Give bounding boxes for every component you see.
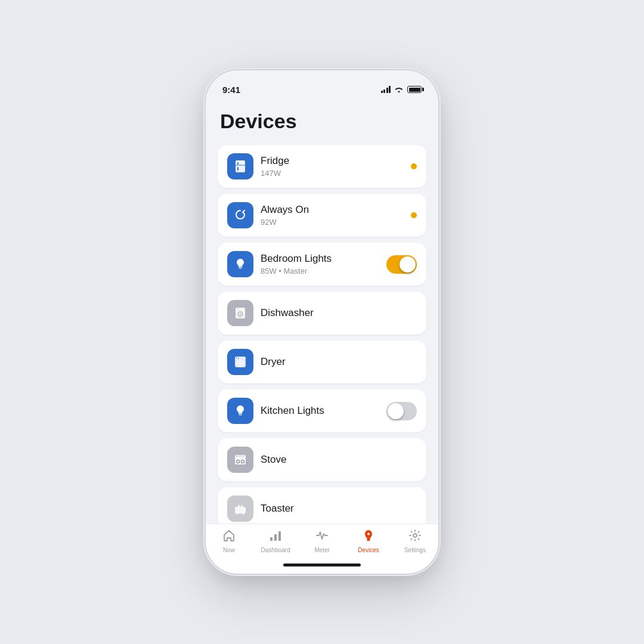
toaster-name: Toaster — [261, 503, 417, 515]
home-bar — [283, 564, 361, 566]
svg-point-16 — [236, 358, 237, 359]
always-on-name: Always On — [261, 204, 404, 216]
nav-settings-label: Settings — [404, 547, 426, 553]
plug-icon — [362, 529, 375, 544]
fridge-icon — [227, 153, 253, 179]
svg-rect-29 — [241, 505, 243, 508]
svg-point-10 — [240, 314, 242, 315]
device-card-always-on[interactable]: Always On 92W — [218, 194, 426, 237]
svg-rect-39 — [274, 534, 277, 541]
content-area: Devices — [206, 100, 438, 524]
toaster-info: Toaster — [261, 503, 417, 515]
nav-item-devices[interactable]: Devices — [351, 529, 386, 553]
fridge-name: Fridge — [261, 155, 404, 167]
svg-rect-27 — [235, 507, 246, 513]
stove-info: Stove — [261, 454, 417, 466]
svg-point-17 — [238, 358, 239, 359]
phone-wrapper: 9:41 — [206, 70, 438, 574]
device-card-bedroom-lights[interactable]: Bedroom Lights 85W • Master — [218, 243, 426, 286]
svg-rect-38 — [270, 537, 273, 541]
bedroom-lights-info: Bedroom Lights 85W • Master — [261, 253, 379, 275]
home-indicator — [206, 556, 438, 574]
svg-rect-25 — [239, 456, 241, 457]
svg-rect-1 — [236, 160, 245, 165]
stove-name: Stove — [261, 454, 417, 466]
gear-icon — [408, 529, 422, 544]
nav-meter-label: Meter — [314, 547, 330, 553]
svg-rect-28 — [238, 505, 240, 508]
device-card-toaster[interactable]: Toaster — [218, 487, 426, 524]
svg-rect-31 — [242, 513, 244, 515]
svg-point-41 — [367, 533, 370, 535]
svg-rect-5 — [239, 267, 243, 268]
toaster-icon — [227, 496, 253, 522]
nav-now-label: Now — [223, 547, 235, 553]
svg-rect-4 — [237, 167, 239, 171]
always-on-indicator — [411, 212, 417, 218]
house-icon — [222, 529, 236, 544]
device-card-fridge[interactable]: Fridge 147W — [218, 145, 426, 188]
device-list: Fridge 147W — [218, 145, 426, 524]
svg-point-15 — [239, 362, 242, 365]
always-on-info: Always On 92W — [261, 204, 404, 226]
svg-rect-42 — [367, 540, 370, 541]
kitchen-lights-info: Kitchen Lights — [261, 405, 379, 417]
page-title: Devices — [220, 110, 426, 133]
bottom-nav: Now Dashboard — [206, 524, 438, 556]
dishwasher-info: Dishwasher — [261, 307, 417, 319]
dryer-info: Dryer — [261, 356, 417, 368]
svg-rect-24 — [236, 456, 238, 457]
status-time: 9:41 — [222, 85, 240, 95]
kitchen-lights-toggle[interactable] — [386, 402, 417, 420]
nav-item-meter[interactable]: Meter — [304, 529, 340, 553]
fridge-sub: 147W — [261, 169, 404, 178]
device-card-dryer[interactable]: Dryer — [218, 340, 426, 383]
kitchen-lights-name: Kitchen Lights — [261, 405, 379, 417]
bedroom-lights-sub: 85W • Master — [261, 267, 379, 275]
pulse-icon — [315, 529, 329, 544]
status-icons — [381, 85, 422, 94]
fridge-info: Fridge 147W — [261, 155, 404, 177]
svg-rect-18 — [239, 414, 243, 415]
dishwasher-name: Dishwasher — [261, 307, 417, 319]
always-on-sub: 92W — [261, 218, 404, 227]
chart-icon — [269, 529, 282, 544]
bedroom-lights-name: Bedroom Lights — [261, 253, 379, 265]
status-bar: 9:41 — [206, 70, 438, 100]
nav-item-dashboard[interactable]: Dashboard — [258, 529, 293, 553]
stove-icon — [227, 447, 253, 473]
svg-rect-6 — [239, 268, 242, 270]
bedroom-bulb-icon — [227, 251, 253, 277]
phone-frame: 9:41 — [206, 70, 438, 574]
svg-rect-8 — [236, 308, 245, 310]
device-card-dishwasher[interactable]: Dishwasher — [218, 292, 426, 335]
device-card-kitchen-lights[interactable]: Kitchen Lights — [218, 389, 426, 432]
dishwasher-icon — [227, 300, 253, 326]
nav-devices-label: Devices — [358, 547, 379, 553]
dryer-name: Dryer — [261, 356, 417, 368]
wifi-icon — [394, 85, 404, 94]
device-card-stove[interactable]: Stove — [218, 438, 426, 481]
phone-screen: 9:41 — [206, 70, 438, 574]
battery-icon — [407, 86, 422, 93]
nav-item-settings[interactable]: Settings — [397, 529, 433, 553]
refresh-icon — [227, 202, 253, 228]
kitchen-bulb-icon — [227, 398, 253, 424]
svg-rect-11 — [237, 309, 239, 309]
bedroom-lights-toggle[interactable] — [386, 255, 417, 274]
signal-icon — [381, 86, 391, 93]
svg-rect-26 — [242, 456, 244, 457]
svg-point-43 — [413, 534, 417, 537]
svg-rect-19 — [239, 415, 242, 416]
svg-rect-3 — [237, 162, 239, 165]
svg-rect-40 — [278, 531, 281, 541]
nav-dashboard-label: Dashboard — [261, 547, 290, 553]
svg-rect-30 — [236, 513, 239, 515]
fridge-indicator — [411, 163, 417, 169]
dryer-icon — [227, 349, 253, 375]
nav-item-now[interactable]: Now — [211, 529, 247, 553]
